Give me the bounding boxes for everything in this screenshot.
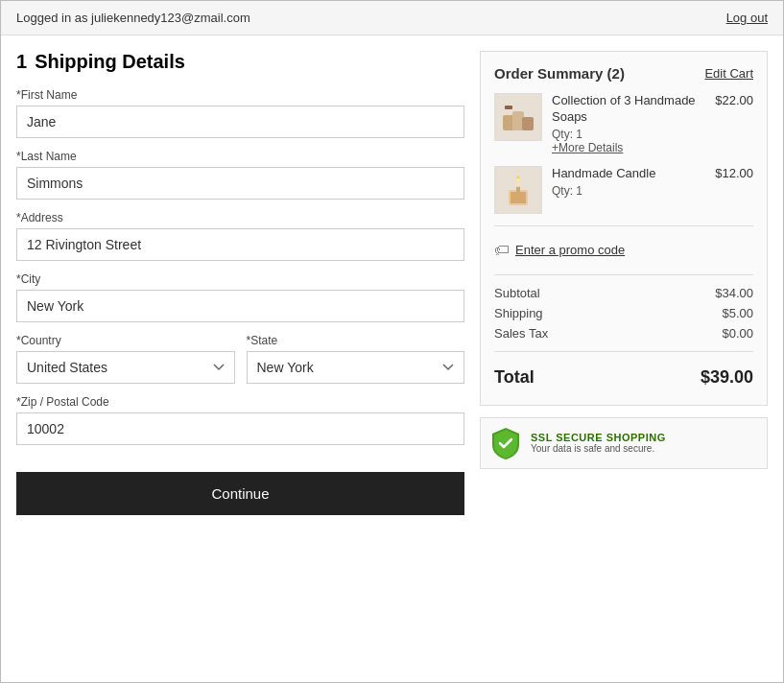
order-summary-header: Order Summary (2) Edit Cart xyxy=(494,65,753,82)
promo-link[interactable]: Enter a promo code xyxy=(515,243,625,257)
section-title-text: Shipping Details xyxy=(35,51,185,73)
order-item-2: Handmade Candle Qty: 1 $12.00 xyxy=(494,166,753,214)
country-select[interactable]: United States Canada United Kingdom xyxy=(16,351,235,384)
promo-icon: 🏷 xyxy=(494,242,510,259)
ssl-subtitle: Your data is safe and secure. xyxy=(531,443,666,454)
tax-value: $0.00 xyxy=(722,326,753,341)
order-item-1: Collection of 3 Handmade Soaps Qty: 1 +M… xyxy=(494,93,753,154)
first-name-label: *First Name xyxy=(16,88,464,102)
address-input[interactable] xyxy=(16,228,464,261)
shipping-value: $5.00 xyxy=(722,306,753,320)
logout-link[interactable]: Log out xyxy=(726,11,768,25)
main-content: 1 Shipping Details *First Name *Last Nam… xyxy=(1,35,783,682)
last-name-group: *Last Name xyxy=(16,150,464,200)
right-panel: Order Summary (2) Edit Cart Col xyxy=(480,51,768,667)
state-label: *State xyxy=(247,334,465,347)
svg-rect-5 xyxy=(511,192,526,203)
last-name-label: *Last Name xyxy=(16,150,464,163)
item-price-candle: $12.00 xyxy=(715,166,753,180)
shipping-row: Shipping $5.00 xyxy=(494,303,753,323)
city-input[interactable] xyxy=(16,290,464,322)
first-name-group: *First Name xyxy=(16,88,464,138)
ssl-shield-icon xyxy=(488,426,523,460)
tax-label: Sales Tax xyxy=(494,326,548,341)
item-more-soaps[interactable]: +More Details xyxy=(552,141,705,154)
logged-in-text: Logged in as juliekennedy123@zmail.com xyxy=(16,11,250,25)
total-label: Total xyxy=(494,367,535,388)
promo-row: 🏷 Enter a promo code xyxy=(494,234,753,267)
city-label: *City xyxy=(16,272,464,286)
first-name-input[interactable] xyxy=(16,106,464,138)
country-label: *Country xyxy=(16,334,235,347)
country-state-row: *Country United States Canada United Kin… xyxy=(16,334,464,395)
divider-2 xyxy=(494,274,753,275)
total-row: Total $39.00 xyxy=(494,360,753,391)
state-select[interactable]: New York California Texas xyxy=(247,351,465,384)
order-summary-title: Order Summary (2) xyxy=(494,65,625,82)
top-bar: Logged in as juliekennedy123@zmail.com L… xyxy=(1,1,783,35)
ssl-badge: SSL SECURE SHOPPING Your data is safe an… xyxy=(480,417,768,469)
section-number: 1 xyxy=(16,51,27,73)
tax-row: Sales Tax $0.00 xyxy=(494,323,753,343)
order-summary-box: Order Summary (2) Edit Cart Col xyxy=(480,51,768,406)
item-price-soaps: $22.00 xyxy=(715,93,753,107)
subtotal-label: Subtotal xyxy=(494,286,540,300)
item-qty-soaps: Qty: 1 xyxy=(552,128,705,141)
subtotal-row: Subtotal $34.00 xyxy=(494,283,753,303)
svg-rect-3 xyxy=(505,106,512,109)
shipping-label: Shipping xyxy=(494,306,543,320)
last-name-input[interactable] xyxy=(16,167,464,200)
item-image-soaps xyxy=(494,93,542,141)
zip-input[interactable] xyxy=(16,412,464,445)
item-image-candle xyxy=(494,166,542,214)
item-qty-candle: Qty: 1 xyxy=(552,184,705,198)
svg-point-9 xyxy=(517,176,520,179)
state-group: *State New York California Texas xyxy=(247,334,465,384)
city-group: *City xyxy=(16,272,464,322)
zip-group: *Zip / Postal Code xyxy=(16,395,464,445)
address-label: *Address xyxy=(16,211,464,224)
item-details-soaps: Collection of 3 Handmade Soaps Qty: 1 +M… xyxy=(552,93,705,154)
address-group: *Address xyxy=(16,211,464,261)
svg-point-7 xyxy=(515,179,521,187)
ssl-title: SSL SECURE SHOPPING xyxy=(531,432,666,443)
divider-1 xyxy=(494,225,753,226)
subtotal-value: $34.00 xyxy=(715,286,753,300)
total-value: $39.00 xyxy=(701,367,753,388)
item-name-candle: Handmade Candle xyxy=(552,166,705,182)
edit-cart-link[interactable]: Edit Cart xyxy=(704,66,753,81)
left-panel: 1 Shipping Details *First Name *Last Nam… xyxy=(16,51,464,667)
svg-rect-2 xyxy=(522,117,534,130)
divider-3 xyxy=(494,351,753,352)
item-name-soaps: Collection of 3 Handmade Soaps xyxy=(552,93,705,126)
section-title: 1 Shipping Details xyxy=(16,51,464,73)
ssl-text: SSL SECURE SHOPPING Your data is safe an… xyxy=(531,432,666,454)
zip-label: *Zip / Postal Code xyxy=(16,395,464,409)
continue-button[interactable]: Continue xyxy=(16,472,464,515)
item-details-candle: Handmade Candle Qty: 1 xyxy=(552,166,705,198)
country-group: *Country United States Canada United Kin… xyxy=(16,334,235,384)
